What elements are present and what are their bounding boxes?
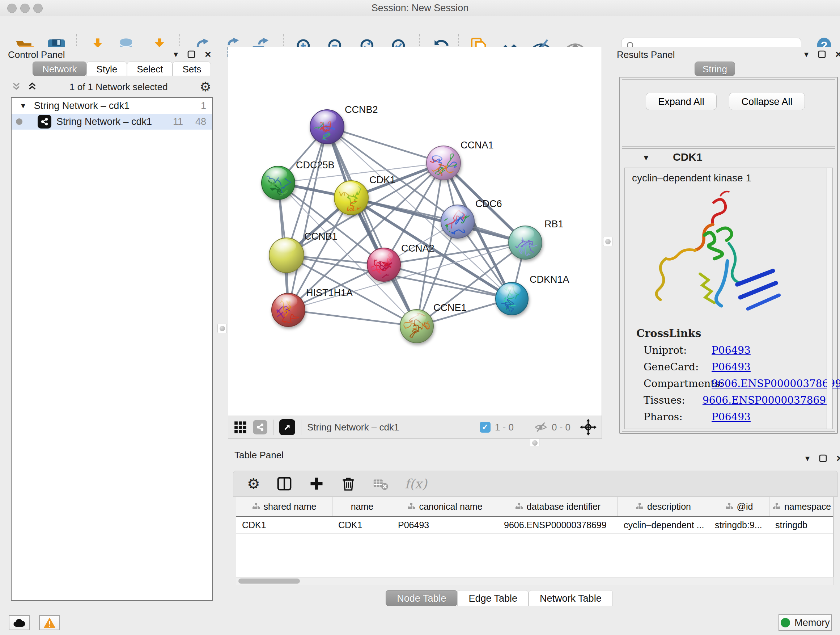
panel-close-icon[interactable]: × (836, 454, 840, 463)
table-row[interactable]: CDK1CDK1P064939606.ENSP00000378699cyclin… (236, 516, 833, 534)
edge-HIST1H1A-CCNE1[interactable] (288, 310, 417, 326)
collapse-all-button[interactable]: Collapse All (729, 93, 805, 110)
hidden-eye-slash-icon (534, 421, 547, 434)
column-header-canonical-name[interactable]: canonical name (392, 497, 498, 516)
window-minimize-button[interactable] (20, 4, 30, 13)
table-horizontal-scrollbar[interactable] (236, 577, 834, 585)
show-columns-icon[interactable] (276, 475, 293, 492)
panel-menu-icon[interactable]: ▾ (804, 50, 808, 59)
scrollbar-thumb[interactable] (238, 578, 300, 584)
node-label-CCNE1: CCNE1 (433, 302, 467, 313)
panel-float-icon[interactable] (819, 454, 827, 462)
statusbar-separator (524, 420, 524, 435)
table-cell[interactable]: CDK1 (332, 516, 392, 533)
node-CDC25B[interactable]: CDC25B (262, 160, 335, 200)
tab-style[interactable]: Style (87, 62, 127, 76)
right-splitter[interactable] (602, 47, 613, 439)
delete-column-trash-icon[interactable] (340, 476, 356, 492)
crosslink-link[interactable]: P06493 (712, 411, 751, 423)
splitter-grip-icon[interactable] (603, 237, 613, 246)
tab-string[interactable]: String (695, 62, 735, 76)
left-splitter[interactable] (216, 47, 227, 612)
main-toolbar: ? (0, 16, 840, 48)
selected-checkbox-icon[interactable]: ✓ (480, 422, 491, 432)
disclosure-triangle-icon[interactable]: ▼ (19, 102, 27, 110)
tab-network[interactable]: Network (33, 62, 87, 76)
column-header--id[interactable]: @id (709, 497, 769, 516)
edge-CCNA2-CDKN1A[interactable] (384, 264, 512, 299)
tab-sets[interactable]: Sets (172, 62, 211, 76)
table-settings-gear-icon[interactable]: ⚙ (247, 475, 260, 492)
node-CCNE1[interactable]: CCNE1 (400, 302, 467, 343)
panel-close-icon[interactable]: × (205, 50, 211, 59)
birds-eye-grid-icon[interactable] (233, 420, 247, 434)
node-HIST1H1A[interactable]: HIST1H1A (264, 287, 353, 328)
crosslink-link[interactable]: P06493 (712, 361, 751, 373)
horizontal-splitter[interactable] (228, 439, 840, 446)
node-label-CDK1: CDK1 (369, 174, 395, 185)
edge-CCNB2-CCNA1[interactable] (327, 127, 444, 163)
warning-icon (43, 617, 56, 628)
statusbar-separator (273, 420, 273, 435)
warnings-button[interactable] (39, 615, 60, 630)
network-collection-row[interactable]: ▼ String Network – cdk1 1 (11, 98, 212, 114)
splitter-grip-icon[interactable] (218, 324, 227, 333)
edge-CCNB2-HIST1H1A[interactable] (288, 127, 327, 310)
window-zoom-button[interactable] (33, 4, 43, 13)
network-row-selected[interactable]: String Network – cdk1 11 48 (11, 114, 212, 130)
string-badge-gray-icon[interactable] (253, 420, 267, 434)
fit-content-crosshair-icon[interactable] (580, 419, 597, 435)
node-RB1[interactable]: RB1 (508, 219, 564, 259)
network-view-statusbar: String Network – cdk1 ✓ 1 - 0 0 - 0 (228, 416, 602, 439)
create-column-plus-icon[interactable] (309, 476, 325, 492)
table-cell[interactable]: CDK1 (236, 516, 332, 533)
cloud-icon (13, 618, 25, 627)
panel-menu-icon[interactable]: ▾ (805, 454, 810, 463)
table-cell[interactable]: 9606.ENSP00000378699 (498, 516, 618, 533)
panel-close-icon[interactable]: × (835, 50, 840, 59)
column-header-namespace[interactable]: namespace (769, 497, 834, 516)
column-type-icon (515, 501, 523, 512)
open-in-window-icon[interactable] (279, 419, 295, 435)
tab-network-table[interactable]: Network Table (529, 590, 613, 606)
expand-all-button[interactable]: Expand All (646, 93, 717, 110)
panel-float-icon[interactable] (818, 50, 826, 58)
results-scrollbar[interactable] (827, 168, 832, 429)
table-cell[interactable]: cyclin–dependent ... (618, 516, 709, 533)
table-toolbar: ⚙ f(x) (233, 470, 838, 497)
column-header-description[interactable]: description (618, 497, 709, 516)
table-cell[interactable]: stringdb (769, 516, 834, 533)
column-header-name[interactable]: name (332, 497, 392, 516)
network-view-canvas[interactable]: CCNB2CCNA1CDC25BCDK1CDC6RB1CCNB1CCNA2CDK… (228, 47, 602, 416)
node-CCNA1[interactable]: CCNA1 (424, 140, 494, 180)
crosslink-row: GeneCard:P06493 (644, 361, 832, 373)
node-table[interactable]: shared namenamecanonical namedatabase id… (236, 497, 834, 577)
panel-menu-icon[interactable]: ▾ (174, 50, 178, 59)
results-panel-title: Results Panel (617, 49, 675, 60)
crosslink-link[interactable]: 9606.ENSP00000378699 (703, 394, 832, 406)
tab-select[interactable]: Select (127, 62, 172, 76)
network-options-gear-icon[interactable]: ⚙ (200, 79, 211, 95)
memory-button[interactable]: Memory (778, 614, 832, 631)
table-cell[interactable]: stringdb:9... (709, 516, 769, 533)
cloud-button[interactable] (9, 615, 30, 630)
crosslink-link[interactable]: 9606.ENSP00000378699 (712, 378, 840, 390)
window-close-button[interactable] (7, 4, 17, 13)
control-panel: Control Panel ▾ × NetworkStyleSelectSets… (0, 47, 217, 612)
entry-disclosure-icon[interactable]: ▼ (642, 153, 650, 163)
crosslink-link[interactable]: P06493 (712, 344, 751, 356)
status-bar: Memory (0, 612, 840, 635)
node-CDKN1A[interactable]: CDKN1A (496, 274, 569, 317)
column-type-icon (773, 501, 781, 512)
tab-edge-table[interactable]: Edge Table (457, 590, 529, 606)
column-header-shared-name[interactable]: shared name (236, 497, 332, 516)
column-header-database-identifier[interactable]: database identifier (498, 497, 618, 516)
panel-float-icon[interactable] (187, 50, 195, 58)
protein-structure-image (639, 186, 791, 324)
collapse-all-groups-icon[interactable] (27, 81, 38, 92)
table-cell[interactable]: P06493 (392, 516, 498, 533)
tab-node-table[interactable]: Node Table (386, 590, 457, 606)
column-type-icon (252, 501, 260, 512)
network-graph[interactable]: CCNB2CCNA1CDC25BCDK1CDC6RB1CCNB1CCNA2CDK… (228, 47, 602, 415)
expand-all-groups-icon[interactable] (11, 81, 22, 92)
